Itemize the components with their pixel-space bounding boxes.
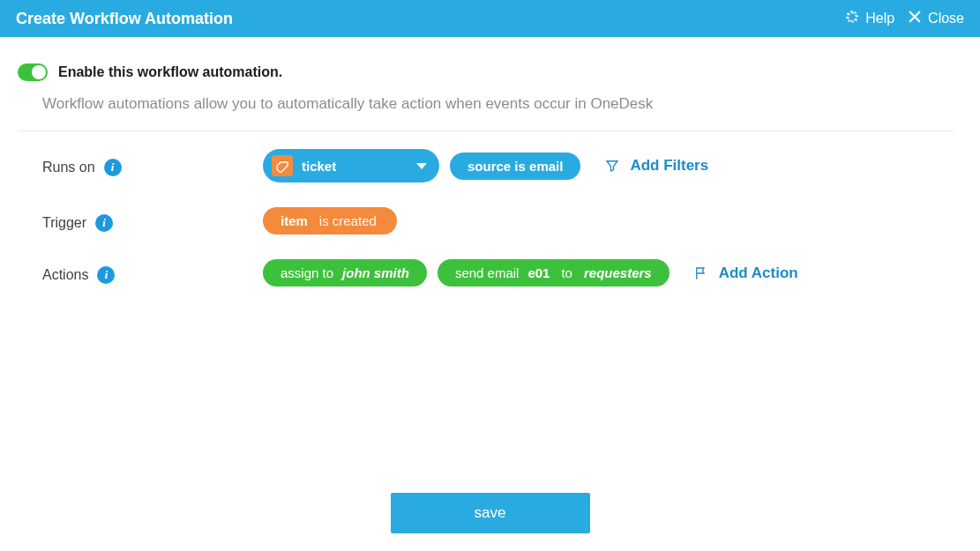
trigger-label: Trigger: [42, 215, 86, 231]
action-target: requesters: [584, 265, 652, 280]
action-verb: assign to: [281, 265, 333, 280]
trigger-pill[interactable]: item is created: [263, 207, 397, 235]
add-filters-label: Add Filters: [630, 157, 708, 175]
enable-row: Enable this workflow automation.: [18, 63, 954, 81]
svg-point-0: [280, 163, 281, 165]
info-icon[interactable]: i: [95, 214, 113, 232]
action-pill[interactable]: assign to john smith: [263, 259, 427, 287]
description-text: Workflow automations allow you to automa…: [42, 95, 954, 113]
trigger-values: item is created: [263, 207, 954, 235]
close-label: Close: [928, 11, 964, 26]
chevron-down-icon: [416, 163, 427, 169]
runs-on-label-cell: Runs on i: [42, 149, 263, 182]
runs-on-values: ticket source is email Add Filters: [263, 149, 954, 182]
add-action-label: Add Action: [719, 264, 798, 282]
runs-on-label: Runs on: [42, 160, 95, 175]
divider: [18, 130, 954, 131]
filter-text: source is email: [468, 159, 563, 174]
config-grid: Runs on i ticket source is email: [42, 149, 954, 287]
help-icon: [844, 9, 860, 28]
ticket-icon: [272, 155, 293, 176]
type-value: ticket: [302, 159, 336, 174]
action-target: john smith: [342, 265, 409, 280]
add-filters-button[interactable]: Add Filters: [603, 157, 708, 175]
info-icon[interactable]: i: [104, 159, 122, 176]
trigger-predicate: is created: [319, 213, 377, 228]
modal-header: Create Workflow Automation Help Close: [0, 0, 980, 37]
flag-icon: [692, 264, 710, 282]
modal-title: Create Workflow Automation: [16, 10, 233, 28]
close-button[interactable]: Close: [907, 9, 964, 28]
trigger-label-cell: Trigger i: [42, 207, 263, 235]
close-icon: [907, 9, 923, 28]
info-icon[interactable]: i: [97, 266, 115, 284]
trigger-subject: item: [281, 213, 308, 228]
enable-label: Enable this workflow automation.: [58, 64, 282, 80]
modal-body: Enable this workflow automation. Workflo…: [0, 37, 980, 287]
actions-label-cell: Actions i: [42, 259, 263, 287]
action-pill[interactable]: send email e01 to requesters: [438, 259, 670, 287]
header-actions: Help Close: [844, 9, 964, 28]
action-verb: send email: [455, 265, 520, 280]
add-action-button[interactable]: Add Action: [692, 264, 798, 282]
action-param: e01: [527, 265, 550, 280]
type-dropdown[interactable]: ticket: [263, 149, 439, 182]
filter-icon: [603, 157, 621, 175]
actions-values: assign to john smith send email e01 to r…: [263, 259, 954, 287]
modal-footer: save: [0, 493, 980, 533]
enable-toggle[interactable]: [18, 63, 48, 81]
save-button[interactable]: save: [391, 493, 590, 533]
help-button[interactable]: Help: [844, 9, 894, 28]
filter-pill[interactable]: source is email: [450, 153, 580, 180]
actions-label: Actions: [42, 267, 88, 283]
help-label: Help: [865, 11, 894, 26]
action-connector: to: [561, 265, 572, 280]
